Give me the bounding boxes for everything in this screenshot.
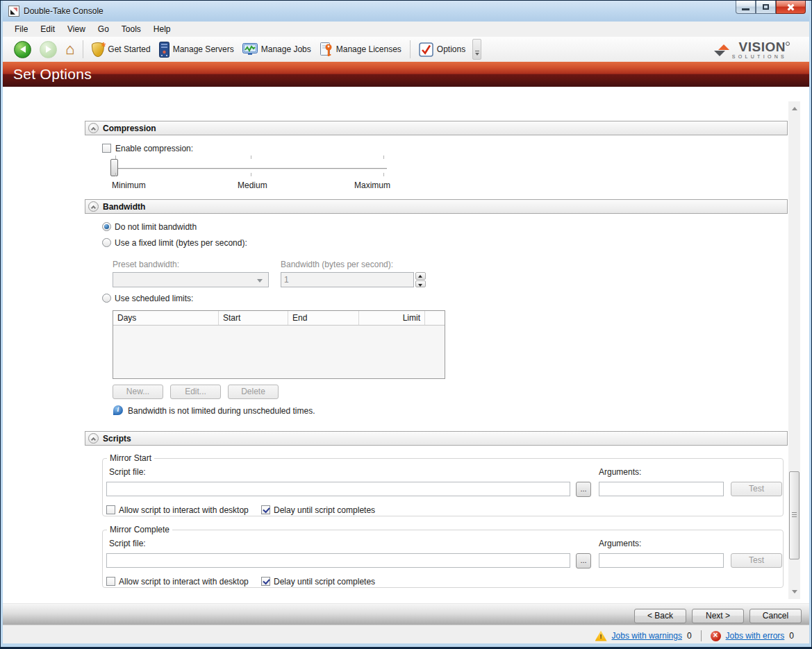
status-bar: Jobs with warnings 0 Jobs with errors 0 [3, 625, 809, 643]
bps-label: Bandwidth (bytes per second): [281, 260, 393, 269]
script-file-input[interactable] [106, 553, 570, 568]
fixed-limit-radio[interactable] [102, 238, 111, 247]
back-wizard-button[interactable]: < Back [634, 609, 686, 623]
arguments-input[interactable] [599, 553, 724, 568]
do-not-limit-radio[interactable] [102, 222, 111, 231]
scroll-down-icon[interactable] [788, 586, 800, 598]
mirror-complete-group: Mirror Complete Script file: ... Argumen… [102, 525, 784, 588]
menu-bar: File Edit View Go Tools Help [3, 22, 809, 37]
fixed-limit-label: Use a fixed limit (bytes per second): [115, 238, 247, 248]
delay-checkbox[interactable] [261, 505, 270, 514]
menu-go[interactable]: Go [92, 22, 115, 36]
column-end[interactable]: End [288, 311, 359, 325]
column-days[interactable]: Days [113, 311, 219, 325]
toolbar-separator [410, 40, 411, 58]
allow-interact-checkbox[interactable] [106, 505, 115, 514]
jobs-with-warnings-link[interactable]: Jobs with warnings [612, 631, 682, 641]
compression-section-header[interactable]: Compression [85, 121, 788, 135]
shield-icon [92, 42, 104, 57]
compression-slider-thumb[interactable] [110, 159, 118, 176]
window-frame: Double-Take Console File Edit View Go To… [0, 0, 812, 649]
arguments-input[interactable] [599, 482, 724, 496]
menu-edit[interactable]: Edit [34, 22, 61, 36]
slider-label-maximum: Maximum [354, 180, 390, 190]
delete-button[interactable]: Delete [228, 385, 279, 399]
cancel-wizard-button[interactable]: Cancel [749, 609, 802, 623]
collapse-compression-button[interactable] [88, 123, 99, 133]
allow-interact-checkbox[interactable] [106, 577, 115, 586]
maximize-button[interactable] [756, 1, 776, 14]
slider-label-minimum: Minimum [112, 180, 146, 190]
column-start[interactable]: Start [219, 311, 288, 325]
browse-button[interactable]: ... [576, 553, 591, 568]
scripts-section-header[interactable]: Scripts [85, 431, 788, 446]
manage-jobs-button[interactable]: Manage Jobs [238, 41, 315, 58]
menu-help[interactable]: Help [147, 22, 177, 36]
preset-bandwidth-label: Preset bandwidth: [113, 260, 179, 269]
preset-bandwidth-select[interactable] [113, 272, 269, 287]
chevron-up-icon [91, 437, 96, 441]
minimize-button[interactable] [736, 1, 756, 14]
scripts-section-title: Scripts [103, 434, 131, 444]
manage-licenses-button[interactable]: Manage Licenses [315, 40, 406, 60]
chevron-up-icon [91, 126, 96, 131]
options-button[interactable]: Options [415, 40, 470, 59]
jobs-with-errors-link[interactable]: Jobs with errors [726, 631, 785, 641]
compression-section-title: Compression [103, 124, 156, 133]
next-wizard-button[interactable]: Next > [692, 609, 744, 623]
home-button[interactable]: ⌂ [61, 40, 78, 59]
collapse-bandwidth-button[interactable] [88, 201, 99, 212]
errors-count: 0 [789, 631, 794, 641]
close-button[interactable] [776, 1, 806, 14]
menu-tools[interactable]: Tools [115, 22, 147, 36]
toolbar-overflow-button[interactable] [472, 39, 481, 60]
close-icon [787, 3, 795, 11]
delay-label: Delay until script completes [274, 505, 375, 515]
toolbar: ⌂ Get Started Manage Servers Manage Jobs… [3, 37, 809, 62]
spin-up-icon[interactable] [415, 272, 426, 280]
maximize-icon [763, 4, 769, 10]
options-label: Options [437, 44, 465, 54]
browse-button[interactable]: ... [576, 482, 591, 497]
script-file-input[interactable] [106, 482, 570, 496]
jobs-chart-icon [242, 43, 258, 56]
manage-jobs-label: Manage Jobs [261, 44, 311, 54]
test-button[interactable]: Test [731, 482, 782, 496]
logo-subtitle: SOLUTIONS [732, 54, 790, 59]
scrollbar-thumb[interactable] [789, 471, 799, 559]
slider-tick [383, 155, 384, 159]
menu-view[interactable]: View [61, 22, 92, 36]
scroll-up-icon[interactable] [788, 103, 800, 115]
column-limit[interactable]: Limit [359, 311, 425, 325]
menu-file[interactable]: File [8, 22, 34, 36]
bandwidth-section-header[interactable]: Bandwidth [85, 199, 788, 214]
spin-down-icon[interactable] [415, 280, 426, 288]
slider-tick [383, 173, 384, 176]
script-file-label: Script file: [109, 467, 146, 477]
enable-compression-checkbox[interactable] [102, 144, 111, 153]
manage-licenses-label: Manage Licenses [336, 44, 401, 54]
bps-spinner[interactable] [415, 272, 426, 287]
manage-servers-button[interactable]: Manage Servers [155, 40, 238, 60]
bps-input[interactable] [281, 272, 414, 287]
bandwidth-section-title: Bandwidth [103, 202, 145, 212]
test-button[interactable]: Test [731, 553, 782, 568]
slider-tick [115, 155, 116, 159]
error-icon [711, 631, 721, 641]
scheduled-limits-table[interactable]: Days Start End Limit [113, 310, 445, 379]
vision-logo-mark-icon [714, 44, 729, 56]
scheduled-limits-radio[interactable] [102, 294, 111, 303]
collapse-scripts-button[interactable] [88, 433, 99, 444]
app-icon [8, 6, 19, 17]
get-started-button[interactable]: Get Started [88, 40, 154, 59]
do-not-limit-label: Do not limit bandwidth [115, 222, 197, 232]
delay-checkbox[interactable] [261, 577, 270, 586]
compression-slider-track[interactable] [114, 168, 387, 169]
new-button[interactable]: New... [113, 385, 163, 399]
forward-button[interactable] [35, 39, 61, 60]
home-icon: ⌂ [65, 42, 74, 57]
edit-button[interactable]: Edit... [170, 385, 221, 399]
back-button[interactable] [10, 39, 35, 60]
vertical-scrollbar[interactable] [788, 101, 800, 599]
title-bar[interactable]: Double-Take Console [3, 1, 809, 22]
